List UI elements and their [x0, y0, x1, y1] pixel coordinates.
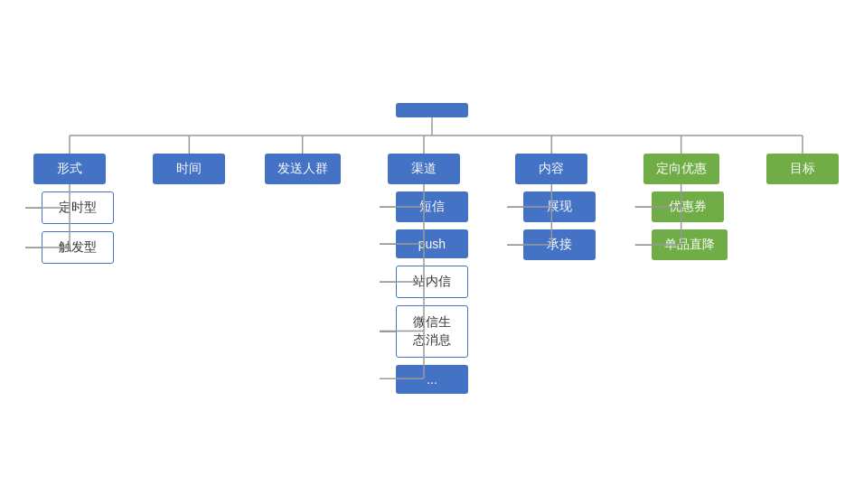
branch-node-渠道: 渠道 [388, 154, 460, 184]
leaf-node: 微信生态消息 [396, 305, 468, 357]
branch-node-定向优惠: 定向优惠 [643, 154, 719, 184]
leaf-node: push [396, 229, 468, 258]
child-item: 单品直降 [635, 229, 728, 260]
leaf-node: 优惠券 [652, 191, 724, 222]
branch-发送人群: 发送人群 [265, 154, 341, 184]
child-item: 触发型 [25, 231, 114, 264]
branch-形式: 形式 定时型 触发型 [25, 154, 114, 271]
branch-定向优惠: 定向优惠 优惠券 单品直降 [635, 154, 728, 267]
root-node [396, 103, 468, 117]
child-item: 短信 [380, 191, 468, 222]
child-item: 站内信 [380, 266, 468, 298]
child-item: 微信生态消息 [380, 305, 468, 357]
branch-node-形式: 形式 [33, 154, 106, 184]
child-item: 定时型 [25, 191, 114, 224]
child-item: 展现 [507, 191, 596, 222]
child-item: 承接 [507, 229, 596, 260]
child-item: push [380, 229, 468, 258]
branch-时间: 时间 [153, 154, 225, 184]
leaf-node: 承接 [523, 229, 596, 260]
leaf-node: 单品直降 [652, 229, 728, 260]
leaf-node: 触发型 [42, 231, 114, 264]
branch-目标: 目标 [766, 154, 839, 184]
child-item: ... [380, 365, 468, 394]
leaf-node: 展现 [523, 191, 596, 222]
tree-diagram: 形式 定时型 触发型 时间 发送人群 渠道 [21, 103, 843, 400]
child-item: 优惠券 [635, 191, 724, 222]
leaf-node: 站内信 [396, 266, 468, 298]
branch-渠道: 渠道 短信 push 站内信 微信生态消息 [380, 154, 468, 400]
branch-node-内容: 内容 [515, 154, 587, 184]
branch-node-发送人群: 发送人群 [265, 154, 341, 184]
leaf-node: 定时型 [42, 191, 114, 224]
leaf-node: 短信 [396, 191, 468, 222]
leaf-node: ... [396, 365, 468, 394]
branch-内容: 内容 展现 承接 [507, 154, 596, 267]
branch-node-时间: 时间 [153, 154, 225, 184]
branch-node-目标: 目标 [766, 154, 839, 184]
